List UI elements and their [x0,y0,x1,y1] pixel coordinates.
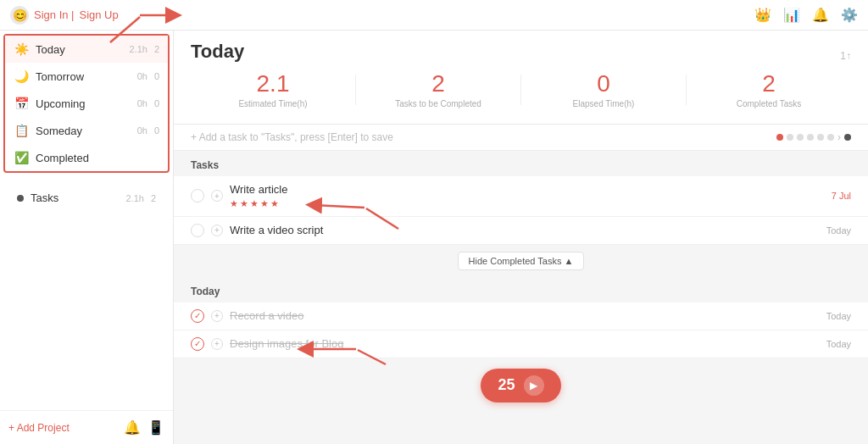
task-content-design-images: Design images for Blog [230,337,820,350]
stat-completed-label: Completed Tasks [687,99,851,108]
header-count: 1↑ [840,50,851,62]
sidebar-item-tomorrow-label: Tomorrow [36,70,137,83]
chart-icon[interactable]: 📊 [783,7,800,23]
project-tasks[interactable]: Tasks 2.1h 2 [8,186,164,209]
task-check-record-video[interactable]: ✓ [191,309,204,323]
today-icon: ☀️ [14,42,29,57]
sidebar-item-upcoming[interactable]: 📅 Upcoming 0h 0 [5,90,168,117]
sidebar-item-completed[interactable]: ✅ Completed [5,144,168,171]
sidebar-item-someday-label: Someday [36,125,137,137]
tomorrow-icon: 🌙 [14,69,29,84]
task-name-write-article: Write article [230,183,825,196]
section-header-today-completed: Today [174,277,868,302]
task-plus-write-article[interactable]: + [211,190,223,202]
task-stars: ★ ★ ★ ★ ★ [230,198,825,209]
timer-play-icon[interactable]: ▶ [524,375,544,396]
sidebar-item-tomorrow[interactable]: 🌙 Tomorrow 0h 0 [5,63,168,90]
stat-tasks-value: 2 [356,71,520,97]
task-plus-video-script[interactable]: + [211,225,223,236]
task-name-record-video: Record a video [230,309,820,322]
task-item-write-article[interactable]: + Write article ★ ★ ★ ★ ★ 7 Jul [174,176,868,217]
task-item-record-video[interactable]: ✓ + Record a video Today [174,302,868,330]
sidebar-item-upcoming-meta: 0h 0 [137,98,159,108]
page-title: Today [191,41,244,63]
stat-estimated-value: 2.1 [191,71,355,97]
task-content-video-script: Write a video script [230,224,820,236]
completed-icon: ✅ [14,150,29,165]
task-date-record-video: Today [826,311,851,321]
content-header: Today 1↑ 2.1 Estimated Time(h) 2 Tasks t… [174,31,868,125]
stat-tasks-label: Tasks to be Completed [356,99,520,108]
timer-button[interactable]: 25 ▶ [481,369,560,402]
task-item-video-script[interactable]: + Write a video script Today [174,217,868,245]
sidebar-icon-1[interactable]: 🔔 [124,419,141,436]
sidebar-item-upcoming-label: Upcoming [36,97,137,110]
add-project-button[interactable]: + Add Project [8,422,70,434]
sidebar-icon-2[interactable]: 📱 [147,419,164,436]
sidebar-item-today[interactable]: ☀️ Today 2.1h 2 [5,36,168,63]
stat-completed-tasks: 2 Completed Tasks [687,71,851,108]
crown-icon[interactable]: 👑 [754,7,771,23]
section-header-tasks: Tasks [174,151,868,176]
hide-completed-button[interactable]: Hide Completed Tasks ▲ [458,252,585,270]
stats-row: 2.1 Estimated Time(h) 2 Tasks to be Comp… [191,71,851,117]
task-bar-controls: › [776,131,851,143]
sidebar-footer-icons: 🔔 📱 [124,419,164,436]
dot-3 [797,134,804,141]
add-task-placeholder[interactable]: + Add a task to "Tasks", press [Enter] t… [191,131,393,143]
content: Today 1↑ 2.1 Estimated Time(h) 2 Tasks t… [174,31,868,444]
task-name-video-script: Write a video script [230,224,820,236]
sidebar-item-someday[interactable]: 📋 Someday 0h 0 [5,117,168,144]
sidebar-footer[interactable]: + Add Project 🔔 📱 [0,410,173,444]
project-dot [17,195,24,202]
topbar-auth: 😊 Sign In | Sign Up [10,6,119,25]
dot-6 [827,134,834,141]
dot-last [844,134,851,141]
task-item-design-images[interactable]: ✓ + Design images for Blog Today [174,330,868,358]
star-5: ★ [270,198,279,209]
sidebar-projects: Tasks 2.1h 2 [0,180,173,216]
gear-icon[interactable]: ⚙️ [841,7,858,23]
dot-2 [787,134,793,141]
dot-1 [776,134,783,141]
task-dots [776,134,834,141]
timer-row: 25 ▶ [174,358,868,413]
star-2: ★ [240,198,248,209]
task-plus-record-video[interactable]: + [211,310,223,322]
topbar: 😊 Sign In | Sign Up 👑 📊 🔔 ⚙️ [0,0,868,31]
task-check-design-images[interactable]: ✓ [191,337,204,351]
stat-elapsed-label: Elapsed Time(h) [521,99,686,108]
upcoming-icon: 📅 [14,96,29,111]
sidebar: ☀️ Today 2.1h 2 🌙 Tomorrow 0h 0 📅 Upcomi [0,31,174,444]
dot-5 [817,134,824,141]
task-date-video-script: Today [826,225,851,236]
task-date-write-article: 7 Jul [832,191,851,201]
avatar: 😊 [10,6,29,25]
task-check-write-article[interactable] [191,189,204,203]
task-name-design-images: Design images for Blog [230,337,820,350]
sidebar-item-today-label: Today [36,43,129,56]
stat-elapsed-time: 0 Elapsed Time(h) [521,71,686,108]
stat-elapsed-value: 0 [521,71,686,97]
sidebar-item-someday-meta: 0h 0 [137,125,159,136]
project-meta: 2.1h 2 [125,193,156,203]
signin-link[interactable]: Sign In | [34,8,74,21]
chevron-right-icon[interactable]: › [837,131,841,143]
stat-estimated-time: 2.1 Estimated Time(h) [191,71,355,108]
project-label: Tasks [31,191,125,204]
bell-icon[interactable]: 🔔 [812,7,829,23]
signup-link[interactable]: Sign Up [79,8,118,21]
stat-completed-value: 2 [687,71,851,97]
star-3: ★ [250,198,259,209]
sidebar-nav: ☀️ Today 2.1h 2 🌙 Tomorrow 0h 0 📅 Upcomi [3,34,170,173]
add-task-bar: + Add a task to "Tasks", press [Enter] t… [174,125,868,151]
hide-completed-bar: Hide Completed Tasks ▲ [174,245,868,277]
topbar-icons: 👑 📊 🔔 ⚙️ [754,7,858,23]
task-check-video-script[interactable] [191,224,204,237]
star-4: ★ [260,198,269,209]
stat-tasks-complete: 2 Tasks to be Completed [356,71,520,108]
task-plus-design-images[interactable]: + [211,338,223,350]
task-content-record-video: Record a video [230,309,820,322]
sidebar-item-completed-label: Completed [36,152,159,164]
star-1: ★ [230,198,238,209]
